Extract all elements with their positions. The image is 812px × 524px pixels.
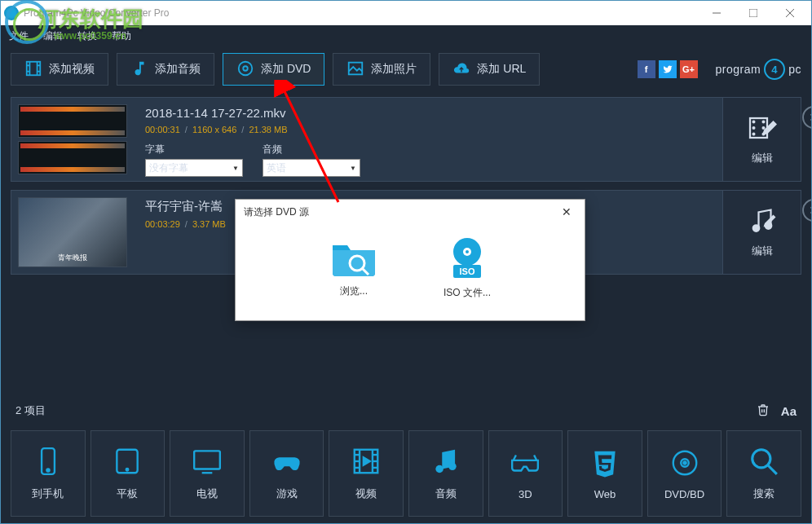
edit-button[interactable]: 编辑 [722, 191, 801, 274]
cat-label: DVD/BD [664, 488, 704, 500]
cat-search[interactable]: 搜索 [726, 430, 801, 517]
audio-select[interactable]: 英语▼ [263, 159, 360, 177]
menubar: 文件 编辑 转换 帮助 [1, 25, 811, 46]
cat-dvd[interactable]: DVD/BD [647, 430, 722, 517]
brand-logo: program 4 pc [716, 59, 801, 80]
music-icon [130, 59, 148, 80]
category-bar: 到手机 平板 电视 游戏 视频 音频 3D Web [1, 424, 811, 523]
cat-tv[interactable]: 电视 [170, 430, 245, 517]
add-dvd-label: 添加 DVD [261, 62, 311, 77]
svg-line-45 [768, 465, 777, 474]
cat-tablet[interactable]: 平板 [90, 430, 165, 517]
iso-label: ISO 文件... [444, 286, 491, 300]
svg-point-21 [752, 225, 759, 231]
gamepad-icon [271, 446, 302, 480]
svg-marker-38 [364, 457, 370, 465]
add-video-button[interactable]: 添加视频 [11, 53, 108, 86]
cat-game[interactable]: 游戏 [249, 430, 324, 517]
maximize-button[interactable] [735, 1, 771, 25]
googleplus-icon[interactable]: G+ [680, 60, 698, 78]
item-count: 2 项目 [15, 403, 46, 418]
menu-file[interactable]: 文件 [9, 29, 29, 43]
glasses-3d-icon [510, 447, 541, 482]
chevron-down-icon: ▼ [232, 165, 239, 172]
menu-convert[interactable]: 转换 [77, 29, 97, 43]
svg-point-26 [126, 469, 129, 471]
cat-3d[interactable]: 3D [488, 430, 563, 517]
svg-point-40 [448, 463, 457, 471]
svg-point-11 [239, 61, 253, 75]
brand-circle-icon: 4 [764, 59, 785, 80]
edit-button[interactable]: 编辑 [722, 98, 801, 181]
svg-text:ISO: ISO [460, 266, 475, 276]
cat-label: 到手机 [32, 487, 64, 501]
iso-option[interactable]: ISO ISO 文件... [444, 236, 491, 300]
remove-file-button[interactable]: ✕ [802, 106, 811, 129]
cloud-icon [452, 59, 470, 80]
app-icon [4, 6, 19, 20]
svg-point-44 [752, 450, 770, 468]
facebook-icon[interactable]: f [638, 60, 655, 78]
modal-close-button[interactable]: ✕ [557, 204, 576, 220]
cat-label: 游戏 [276, 487, 298, 501]
social-links: f G+ [638, 60, 698, 78]
trash-icon[interactable] [757, 403, 770, 419]
add-audio-button[interactable]: 添加音频 [117, 53, 214, 86]
browse-option[interactable]: 浏览... [329, 236, 378, 300]
cat-audio[interactable]: 音频 [408, 430, 483, 517]
thumbnail [18, 104, 127, 138]
thumbnail: 青年晚报 [18, 197, 127, 267]
menu-help[interactable]: 帮助 [112, 29, 131, 43]
add-audio-label: 添加音频 [155, 62, 201, 77]
video-icon [351, 446, 382, 480]
add-dvd-button[interactable]: 添加 DVD [223, 53, 324, 86]
window-title: Program4Pc Video Converter Pro [24, 7, 698, 19]
minimize-button[interactable] [698, 1, 735, 25]
image-icon [346, 59, 364, 80]
file-name: 2018-11-14 17-27-22.mkv [145, 106, 711, 120]
close-button[interactable] [771, 1, 808, 25]
cat-label: 3D [519, 488, 532, 500]
file-meta: 00:00:31/1160 x 646/21.38 MB [145, 125, 711, 134]
svg-point-50 [466, 250, 469, 253]
cat-label: 平板 [117, 487, 138, 501]
search-icon [748, 446, 779, 480]
phone-icon [33, 446, 64, 480]
audio-label: 音频 [263, 143, 360, 156]
dvd-source-modal: 请选择 DVD 源 ✕ 浏览... ISO ISO 文件... [235, 199, 585, 321]
svg-point-16 [752, 127, 754, 129]
remove-file-button[interactable]: ✕ [802, 199, 811, 222]
menu-edit[interactable]: 编辑 [43, 29, 63, 43]
add-photo-button[interactable]: 添加照片 [333, 53, 430, 86]
add-url-label: 添加 URL [477, 62, 526, 77]
subtitle-select[interactable]: 没有字幕▼ [145, 159, 243, 177]
add-video-label: 添加视频 [49, 62, 95, 77]
add-photo-label: 添加照片 [371, 62, 417, 77]
font-icon[interactable]: Aa [781, 404, 797, 418]
statusbar: 2 项目 Aa [1, 398, 811, 424]
cat-web[interactable]: Web [567, 430, 642, 517]
cat-phone[interactable]: 到手机 [11, 430, 86, 517]
svg-point-17 [752, 134, 754, 135]
svg-point-12 [243, 66, 248, 71]
film-icon [24, 59, 42, 80]
brand-prefix: program [716, 63, 761, 76]
cat-label: 音频 [435, 487, 457, 501]
cat-label: Web [594, 488, 616, 500]
svg-point-39 [435, 465, 444, 473]
file-row[interactable]: 2018-11-14 17-27-22.mkv 00:00:31/1160 x … [11, 97, 801, 182]
chevron-down-icon: ▼ [350, 165, 356, 172]
add-url-button[interactable]: 添加 URL [439, 53, 540, 86]
svg-point-19 [762, 127, 764, 129]
svg-point-18 [762, 121, 764, 123]
cat-label: 搜索 [753, 487, 774, 501]
toolbar: 添加视频 添加音频 添加 DVD 添加照片 添加 URL f G+ progra… [1, 46, 811, 92]
svg-point-15 [752, 121, 754, 123]
twitter-icon[interactable] [659, 60, 677, 78]
html5-icon [589, 447, 620, 482]
subtitle-label: 字幕 [145, 143, 243, 156]
brand-suffix: pc [788, 63, 801, 76]
svg-point-43 [683, 461, 686, 464]
cat-video[interactable]: 视频 [329, 430, 404, 517]
svg-point-24 [46, 469, 49, 472]
